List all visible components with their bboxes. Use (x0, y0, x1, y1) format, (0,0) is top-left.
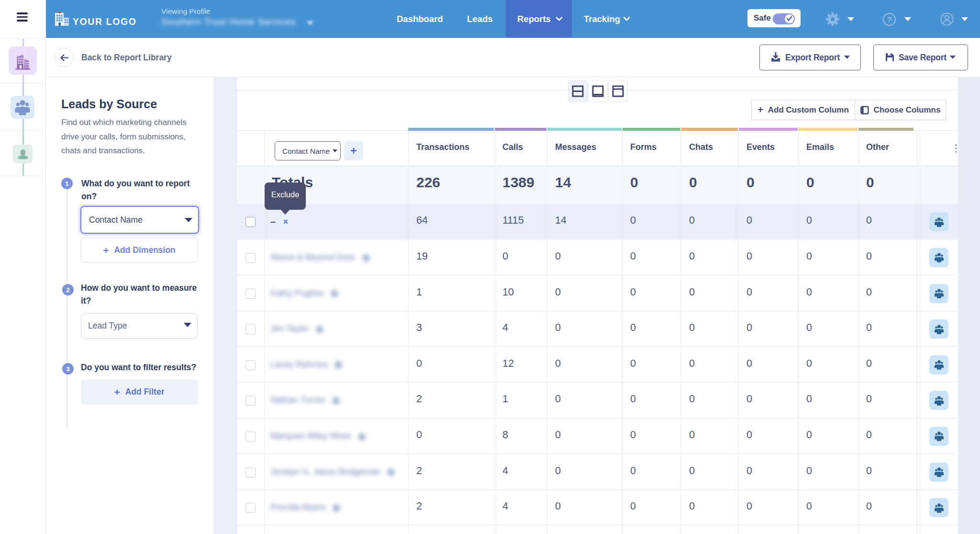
svg-text:?: ? (887, 15, 891, 24)
